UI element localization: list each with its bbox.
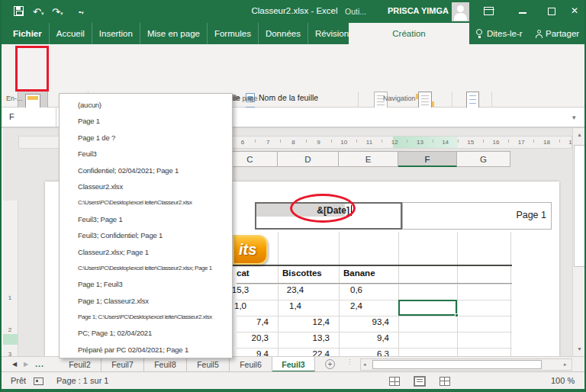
header-presets-dropdown: (aucun)Page 1Page 1 de ?Feuil3 Confident… (59, 93, 233, 358)
column-header-g[interactable]: G (457, 151, 510, 167)
column-header-f[interactable]: F (398, 151, 457, 167)
ribbon-tab-donn-es[interactable]: Données (259, 23, 308, 44)
undo-icon[interactable]: ↶▾ (33, 6, 43, 18)
header-preset-item[interactable]: Page 1; Feuil3 (60, 276, 232, 292)
avatar[interactable] (452, 2, 469, 21)
ribbon-tab-mise-en-page[interactable]: Mise en page (140, 23, 208, 44)
scroll-right-icon[interactable]: ▸ (564, 361, 567, 368)
close-icon[interactable]: ✕ (571, 5, 578, 16)
row-number-1[interactable]: 1 (3, 294, 17, 301)
annotation-red-ellipse (290, 194, 356, 223)
ruler-number: 14 (440, 139, 451, 146)
scroll-up-icon[interactable]: ▲ (573, 129, 586, 140)
ruler-tick (559, 140, 560, 143)
table-cell[interactable]: 13,3 (278, 333, 330, 342)
minimize-icon[interactable] (519, 12, 526, 14)
sheet-tab-feuil8[interactable]: Feuil8 (144, 357, 187, 372)
header-preset-item[interactable]: (aucun) (60, 97, 232, 113)
sheet-tab-feuil7[interactable]: Feuil7 (101, 357, 144, 372)
fruits-wordart[interactable]: its (233, 235, 268, 265)
share-button[interactable]: Partager (536, 23, 579, 44)
header-preset-item[interactable]: Feuil3; Page 1 (60, 211, 232, 227)
tell-me-control[interactable]: Dites-le-r (476, 23, 523, 44)
row-number-3[interactable]: 3 (3, 351, 17, 356)
macro-record-icon[interactable] (34, 378, 43, 385)
table-cell[interactable]: 0,6 (339, 285, 374, 294)
table-cell[interactable]: 1,4 (278, 301, 313, 310)
header-preset-item[interactable]: Classeur2.xlsx (60, 178, 232, 194)
header-preset-item[interactable]: Page 1; C:\Users\PC\Desktop\excel leiter… (60, 309, 232, 325)
maximize-icon[interactable] (548, 8, 555, 15)
redo-icon[interactable]: ↷▾ (52, 6, 63, 18)
sheet-tab-bar: ◀ ▶ ... Feuil2Feuil7Feuil8Feuil5Feuil6Fe… (2, 356, 586, 371)
header-preset-item[interactable]: C:\Users\PC\Desktop\excel leiter\Classeu… (60, 260, 232, 276)
fill-handle[interactable] (455, 313, 459, 317)
table-cell[interactable]: 22,4 (278, 349, 330, 356)
scroll-down-icon[interactable]: ▼ (573, 343, 586, 355)
horizontal-scrollbar[interactable]: ◂ ▸ (360, 358, 572, 371)
title-bar: ↶▾ ↷▾ ⹀▾ Classeur2.xlsx - Excel Outi... … (2, 0, 586, 23)
ribbon-display-options-icon[interactable] (484, 7, 494, 15)
sheet-tab-feuil3[interactable]: Feuil3 (272, 357, 315, 372)
header-preset-item[interactable]: Page 1 de ? (60, 130, 232, 146)
table-cell[interactable]: 2,4 (339, 301, 374, 310)
ribbon-tab-formules[interactable]: Formules (208, 23, 259, 44)
prev-sheet-icon[interactable]: ◀ (12, 361, 17, 368)
user-name[interactable]: PRISCA YIMGA (385, 6, 451, 15)
row-number-2[interactable]: 2 (3, 326, 17, 333)
vertical-scrollbar[interactable]: ▲ ▼ (572, 128, 586, 356)
gridline (457, 232, 458, 356)
gridline (237, 300, 512, 300)
ruler-number: 7 (262, 139, 273, 146)
save-icon[interactable] (14, 6, 24, 16)
zoom-level[interactable]: 100 % (551, 376, 575, 385)
table-cell[interactable]: 9,4 (339, 333, 389, 342)
tab-creation[interactable]: Création (349, 23, 469, 44)
header-preset-item[interactable]: PC; Page 1; 02/04/2021 (60, 325, 232, 341)
page-header-right-section[interactable]: Page 1 (402, 202, 552, 230)
expand-formula-bar-icon[interactable]: ▾ (572, 114, 576, 121)
table-cell[interactable]: 93,4 (339, 317, 389, 326)
group-label-header-footer: En-... (6, 95, 23, 102)
header-preset-item[interactable]: Classeur2.xlsx; Page 1 (60, 244, 232, 260)
group-label-navigation: Navigation (383, 95, 416, 102)
vertical-ruler: 1234 (3, 201, 18, 356)
next-sheet-icon[interactable]: ▶ (24, 361, 28, 368)
more-sheets-indicator[interactable]: ... (35, 359, 44, 368)
header-preset-item[interactable]: Page 1; Classeur2.xlsx (60, 293, 232, 309)
selected-cell[interactable] (398, 300, 457, 316)
ruler-tick (331, 140, 332, 143)
header-preset-item[interactable]: C:\Users\PC\Desktop\excel leiter\Classeu… (60, 194, 232, 210)
page-break-view-icon[interactable] (440, 377, 450, 386)
table-cell[interactable]: 23,4 (278, 285, 313, 294)
table-column-header: cat (237, 268, 250, 278)
header-preset-item[interactable]: Confidentiel; 02/04/2021; Page 1 (60, 162, 232, 178)
sheet-tab-feuil2[interactable]: Feuil2 (59, 357, 101, 372)
ribbon-tab-row: FichierAccueilInsertionMise en pageFormu… (2, 23, 586, 44)
normal-view-icon[interactable] (389, 377, 400, 386)
ribbon-tab-insertion[interactable]: Insertion (92, 23, 140, 44)
vertical-scroll-thumb[interactable] (574, 145, 585, 267)
header-preset-item[interactable]: Feuil3; Confidentiel; Page 1 (60, 227, 232, 243)
status-mode: Prêt (11, 376, 26, 385)
ruler-number: 12 (389, 139, 400, 146)
ruler-number: 18 (541, 139, 552, 146)
column-header-d[interactable]: D (278, 151, 339, 167)
sheet-tab-feuil6[interactable]: Feuil6 (230, 357, 272, 372)
tabbar-splitter[interactable]: ⋮ (346, 360, 353, 365)
ribbon-tab-fichier[interactable]: Fichier (6, 23, 50, 44)
horizontal-scroll-thumb[interactable] (372, 360, 542, 369)
name-box[interactable]: F (3, 108, 56, 127)
scroll-left-icon[interactable]: ◂ (363, 361, 366, 368)
header-preset-item[interactable]: Feuil3 (60, 146, 232, 162)
sheet-tab-feuil5[interactable]: Feuil5 (187, 357, 230, 372)
qat-customize-icon[interactable]: ⹀▾ (79, 6, 84, 18)
new-sheet-icon[interactable]: + (325, 359, 335, 369)
ribbon-tab-accueil[interactable]: Accueil (50, 23, 92, 44)
page-layout-view-icon[interactable] (414, 377, 425, 386)
header-preset-item[interactable]: Préparé par PC 02/04/2021; Page 1 (60, 342, 232, 358)
table-cell[interactable]: 12,4 (278, 317, 330, 326)
column-header-e[interactable]: E (339, 151, 398, 167)
table-cell[interactable]: 6,3 (339, 349, 389, 356)
header-preset-item[interactable]: Page 1 (60, 113, 232, 129)
